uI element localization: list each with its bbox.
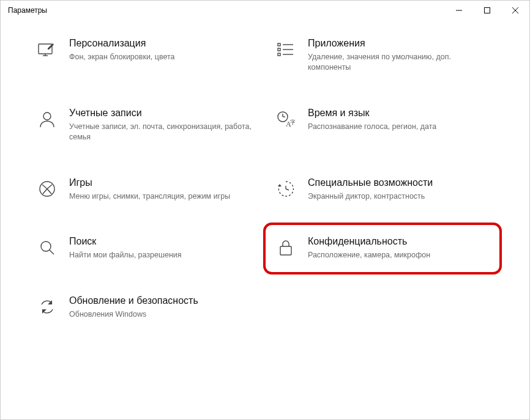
svg-rect-25 xyxy=(280,246,291,255)
tile-update-security[interactable]: Обновление и безопасность Обновления Win… xyxy=(32,290,259,325)
svg-text:字: 字 xyxy=(290,119,295,125)
svg-rect-4 xyxy=(39,44,52,54)
tile-desc: Меню игры, снимки, трансляция, режим игр… xyxy=(69,191,255,202)
tile-title: Персонализация xyxy=(69,37,255,50)
tile-desc: Удаление, значения по умолчанию, доп. ко… xyxy=(308,52,494,73)
tile-title: Время и язык xyxy=(308,107,494,119)
tile-title: Обновление и безопасность xyxy=(69,295,255,307)
tile-accounts[interactable]: Учетные записи Учетные записи, эл. почта… xyxy=(32,102,259,147)
tile-ease-of-access[interactable]: Специальные возможности Экранный диктор,… xyxy=(271,172,498,207)
personalization-icon xyxy=(36,39,58,61)
svg-point-23 xyxy=(41,241,51,251)
svg-point-13 xyxy=(43,112,51,120)
tile-desc: Фон, экран блокировки, цвета xyxy=(69,52,255,62)
svg-rect-9 xyxy=(278,48,280,51)
settings-grid: Персонализация Фон, экран блокировки, цв… xyxy=(32,32,498,325)
window-title: Параметры xyxy=(8,6,47,15)
close-icon xyxy=(512,7,518,13)
svg-rect-11 xyxy=(278,53,280,56)
tile-personalization[interactable]: Персонализация Фон, экран блокировки, цв… xyxy=(32,32,259,78)
update-icon xyxy=(36,296,58,318)
close-button[interactable] xyxy=(501,1,529,20)
tile-search[interactable]: Поиск Найти мои файлы, разрешения xyxy=(32,230,259,265)
minimize-icon xyxy=(456,7,462,13)
tile-apps[interactable]: Приложения Удаление, значения по умолчан… xyxy=(271,32,498,78)
svg-rect-7 xyxy=(278,43,280,46)
tile-title: Приложения xyxy=(308,37,494,50)
maximize-button[interactable] xyxy=(473,1,501,20)
tile-time-language[interactable]: A 字 Время и язык Распознавание голоса, р… xyxy=(271,102,498,147)
svg-line-24 xyxy=(50,250,54,254)
titlebar: Параметры xyxy=(1,1,529,20)
tile-desc: Распознавание голоса, регион, дата xyxy=(308,122,494,132)
tile-desc: Экранный диктор, контрастность xyxy=(308,191,494,202)
time-language-icon: A 字 xyxy=(275,108,297,130)
lock-icon xyxy=(275,237,297,259)
search-icon xyxy=(36,237,58,259)
tile-title: Поиск xyxy=(69,235,255,248)
svg-line-22 xyxy=(286,189,289,190)
tile-desc: Обновления Windows xyxy=(69,309,255,320)
tile-privacy[interactable]: Конфиденциальность Расположение, камера,… xyxy=(271,230,498,265)
window-controls xyxy=(445,1,529,20)
svg-rect-1 xyxy=(485,8,490,13)
tile-desc: Расположение, камера, микрофон xyxy=(308,250,494,260)
tile-desc: Учетные записи, эл. почта, синхронизация… xyxy=(69,122,255,142)
tile-title: Игры xyxy=(69,177,255,189)
accounts-icon xyxy=(36,108,58,130)
apps-icon xyxy=(275,39,297,61)
tile-title: Специальные возможности xyxy=(308,177,494,189)
tile-desc: Найти мои файлы, разрешения xyxy=(69,250,255,260)
minimize-button[interactable] xyxy=(445,1,473,20)
settings-home: Персонализация Фон, экран блокировки, цв… xyxy=(1,20,529,337)
tile-title: Учетные записи xyxy=(69,107,255,119)
svg-marker-20 xyxy=(278,184,282,186)
ease-of-access-icon xyxy=(275,178,297,200)
xbox-icon xyxy=(36,178,58,200)
tile-title: Конфиденциальность xyxy=(308,235,494,248)
maximize-icon xyxy=(484,7,490,13)
tile-gaming[interactable]: Игры Меню игры, снимки, трансляция, режи… xyxy=(32,172,259,207)
